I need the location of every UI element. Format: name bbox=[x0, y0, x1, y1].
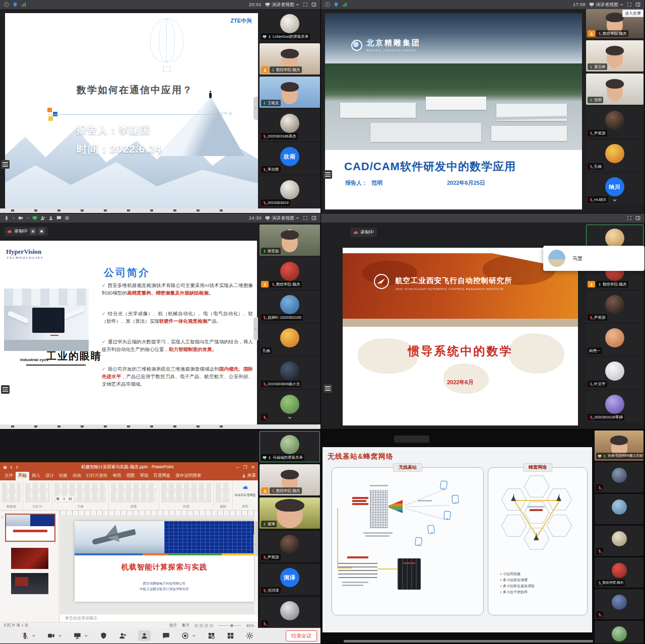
share-screen-icon[interactable] bbox=[32, 216, 37, 221]
zoom-slider[interactable] bbox=[218, 625, 241, 626]
fullscreen-icon[interactable] bbox=[303, 216, 308, 221]
participant-thumb[interactable]: LiJianGuo的屏幕共享 bbox=[260, 10, 320, 41]
slide-thumbnail[interactable] bbox=[11, 548, 48, 569]
security-button[interactable] bbox=[100, 632, 107, 639]
slide-thumbnail-selected[interactable] bbox=[5, 514, 55, 542]
participant-thumb[interactable]: 马城城的屏幕共享 bbox=[260, 431, 320, 462]
participant-thumb[interactable]: 由尧一 bbox=[586, 324, 643, 355]
camera-button[interactable] bbox=[47, 632, 55, 639]
tab-tell-me[interactable]: 操作说明搜索 bbox=[173, 472, 204, 480]
participant-thumb[interactable]: 2020303186葛杰 bbox=[260, 110, 320, 141]
participants-icon[interactable] bbox=[48, 216, 53, 221]
participant-thumb[interactable] bbox=[595, 494, 643, 524]
participants-button[interactable] bbox=[138, 630, 151, 641]
participant-thumb[interactable]: 聂玉峰 bbox=[586, 40, 643, 71]
participant-thumb[interactable]: 数统学院-魏杰 bbox=[260, 258, 320, 289]
participant-thumb[interactable]: 薛亚妮 bbox=[260, 225, 320, 256]
participant-thumb[interactable]: 数统学院-魏杰 bbox=[260, 464, 320, 495]
tab-baidu-pan[interactable]: 百度网盘 bbox=[151, 472, 173, 480]
menu-toggle-button[interactable] bbox=[324, 170, 332, 179]
ribbon-group-clipboard[interactable]: 剪贴板 bbox=[0, 480, 23, 510]
participant-thumb[interactable]: 孙康-华为WAN重点实验室 bbox=[595, 431, 643, 461]
tab-home[interactable]: 开始 bbox=[16, 472, 29, 480]
sidebar-toggle-icon[interactable] bbox=[311, 2, 316, 7]
fullscreen-icon[interactable] bbox=[627, 216, 632, 221]
shield-icon[interactable] bbox=[334, 2, 339, 7]
comments-button[interactable]: 批注 bbox=[169, 623, 177, 628]
fullscreen-icon[interactable] bbox=[627, 2, 632, 7]
view-mode-button[interactable]: 演讲者视图 bbox=[265, 215, 299, 222]
tab-insert[interactable]: 插入 bbox=[29, 472, 43, 480]
chevron-down-icon[interactable] bbox=[287, 413, 293, 422]
participant-thumb[interactable] bbox=[595, 621, 643, 644]
camera-chevron[interactable] bbox=[58, 634, 62, 638]
participant-thumb[interactable]: 叶昊宇 bbox=[586, 357, 643, 389]
tab-help[interactable]: 帮助 bbox=[138, 472, 151, 480]
slide-canvas[interactable]: 机载智能计算探索与实践 西安翔腾微电子科技有限公司 中航工业西安航空计算技术研究… bbox=[60, 515, 258, 614]
share-screen-button[interactable] bbox=[74, 632, 81, 639]
settings-button[interactable] bbox=[246, 632, 253, 639]
participant-thumb[interactable]: 赵婷吖-2020303195 bbox=[260, 291, 320, 322]
mic-icon[interactable] bbox=[4, 216, 9, 221]
participant-thumb[interactable] bbox=[595, 526, 643, 556]
info-icon[interactable] bbox=[325, 2, 330, 7]
participant-thumb[interactable] bbox=[260, 391, 320, 422]
join-notification[interactable]: 马慧 bbox=[543, 246, 644, 271]
view-buttons[interactable] bbox=[195, 624, 213, 627]
chevron-down-icon[interactable] bbox=[612, 195, 618, 204]
slide-thumbnail-pane[interactable]: 1 bbox=[0, 511, 59, 622]
tab-review[interactable]: 审阅 bbox=[110, 472, 124, 480]
sidebar-toggle-icon[interactable] bbox=[311, 216, 316, 221]
participant-thumb[interactable]: 2019303019 bbox=[260, 176, 320, 207]
participant-thumb[interactable]: 孔楠 bbox=[586, 140, 643, 171]
layout-button[interactable] bbox=[227, 632, 234, 639]
window-controls[interactable]: ─❐✕ bbox=[236, 465, 255, 470]
tab-file[interactable]: 文件 bbox=[2, 472, 16, 480]
participant-thumb[interactable]: 纳川Hi-纳川 bbox=[586, 173, 643, 204]
shield-icon[interactable] bbox=[13, 2, 18, 7]
chevron-up-icon[interactable] bbox=[287, 225, 293, 234]
record-chevron[interactable] bbox=[192, 634, 196, 638]
tab-transitions[interactable]: 切换 bbox=[56, 472, 70, 480]
tab-design[interactable]: 设计 bbox=[43, 472, 56, 480]
participant-thumb[interactable]: 尹斯源 bbox=[586, 291, 643, 322]
end-meeting-button[interactable]: 结束会议 bbox=[286, 630, 317, 641]
share-button[interactable]: 共享 bbox=[242, 473, 256, 480]
sidebar-collapse-button[interactable]: › bbox=[253, 97, 258, 120]
tab-view[interactable]: 视图 bbox=[124, 472, 138, 480]
participant-thumb[interactable]: 欣雨李欣雨 bbox=[260, 143, 320, 174]
ribbon-group-paragraph[interactable]: 段落 bbox=[109, 480, 159, 510]
invite-icon[interactable] bbox=[40, 216, 45, 221]
mic-chevron[interactable] bbox=[32, 634, 36, 638]
menu-toggle-button[interactable] bbox=[1, 160, 10, 169]
participant-thumb[interactable]: 范明 bbox=[586, 74, 643, 105]
camera-icon[interactable] bbox=[18, 216, 23, 221]
chevron-icon[interactable] bbox=[26, 217, 29, 220]
participant-thumb[interactable] bbox=[595, 589, 643, 619]
stop-record-button[interactable] bbox=[38, 228, 45, 235]
menu-toggle-button[interactable] bbox=[1, 385, 10, 394]
participant-thumb[interactable]: 数统学院-魏杰 bbox=[260, 43, 320, 75]
sidebar-collapse-button[interactable]: › bbox=[253, 317, 258, 340]
ribbon-group-slides[interactable]: 幻灯片 bbox=[23, 480, 52, 510]
quick-access-toolbar[interactable] bbox=[3, 465, 19, 469]
participant-thumb[interactable]: 翟琳 bbox=[260, 497, 320, 529]
scrollbar[interactable] bbox=[254, 515, 258, 614]
participant-thumb[interactable] bbox=[260, 597, 320, 628]
participant-thumb[interactable]: 孔楠 bbox=[260, 324, 320, 355]
tab-slideshow[interactable]: 幻灯片放映 bbox=[84, 472, 110, 480]
sidebar-toggle-icon[interactable] bbox=[635, 2, 640, 7]
participant-thumb[interactable]: 数统学院-魏杰 bbox=[595, 557, 643, 588]
chat-button[interactable] bbox=[162, 632, 170, 639]
mic-muted-button[interactable] bbox=[21, 632, 29, 639]
tab-animations[interactable]: 动画 bbox=[70, 472, 84, 480]
invite-button[interactable] bbox=[119, 632, 126, 639]
participant-thumb[interactable]: 尹斯源 bbox=[586, 107, 643, 138]
pause-record-button[interactable] bbox=[30, 228, 36, 235]
info-icon[interactable] bbox=[4, 2, 9, 7]
menu-toggle-button[interactable] bbox=[324, 384, 332, 393]
ribbon-group-save[interactable]: 保存到百度网盘 保存 bbox=[233, 480, 258, 510]
share-chevron[interactable] bbox=[84, 634, 88, 638]
fullscreen-icon[interactable] bbox=[303, 2, 308, 7]
ribbon-group-editing[interactable]: 编辑 bbox=[214, 480, 233, 510]
